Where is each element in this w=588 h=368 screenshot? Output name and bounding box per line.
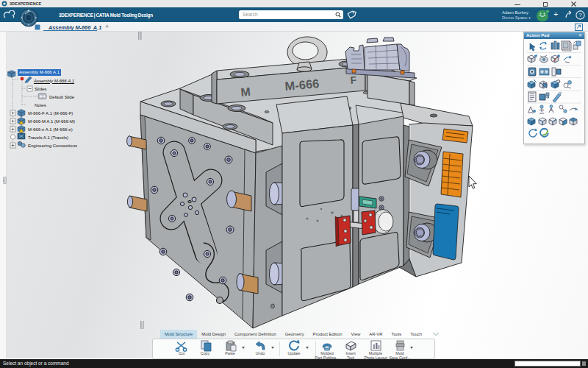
svg-text:M: M <box>240 85 251 99</box>
svg-text:?: ? <box>578 12 582 18</box>
